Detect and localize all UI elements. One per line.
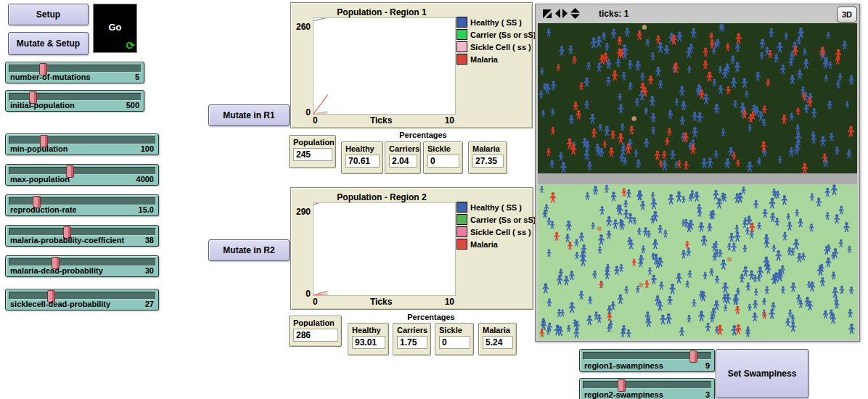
vertical-arrows-icon[interactable]	[570, 8, 580, 19]
x-axis-min-label: 0	[313, 297, 318, 307]
plot-population-region2: Population - Region 2 290 0 0 Ticks 10 H…	[290, 187, 533, 310]
slider-label: initial-population	[10, 101, 75, 110]
horizontal-arrows-icon[interactable]	[555, 9, 568, 18]
slider-track[interactable]	[9, 93, 141, 101]
forever-arrows-icon: ⟳	[126, 39, 135, 52]
monitor-sickle-r2: Sickle 0	[435, 323, 474, 355]
legend-label: Carrier (Ss or sS)	[470, 30, 536, 39]
legend-label: Malaria	[470, 240, 498, 249]
monitor-value: 286	[293, 329, 338, 342]
legend-label: Sickle Cell ( ss )	[470, 228, 531, 236]
monitor-healthy-r1: Healthy 70.61	[341, 141, 383, 174]
slider-initial-population[interactable]: initial-population500	[5, 90, 144, 112]
legend-label: Healthy ( SS )	[470, 203, 522, 212]
monitor-value: 70.61	[345, 155, 380, 168]
slider-track[interactable]	[9, 65, 141, 73]
slider-value: 100	[141, 144, 154, 153]
slider-label: min-population	[10, 144, 67, 153]
mutate-in-r1-button[interactable]: Mutate in R1	[208, 104, 290, 126]
slider-track[interactable]	[583, 352, 711, 360]
slider-track[interactable]	[9, 228, 155, 236]
region1-swamp	[538, 23, 857, 173]
slider-malaria-probability-coefficient[interactable]: malaria-probability-coefficient38	[5, 225, 159, 247]
plot-title: Population - Region 1	[298, 7, 465, 17]
mutate-and-setup-button[interactable]: Mutate & Setup	[8, 32, 89, 55]
monitor-value: 0	[439, 336, 470, 349]
slider-value: 30	[145, 266, 154, 275]
legend-swatch-carrier	[456, 29, 467, 40]
slider-min-population[interactable]: min-population100	[5, 133, 159, 155]
view-control-strip: ticks: 1 3D	[536, 4, 859, 22]
view-3d-button[interactable]: 3D	[837, 7, 857, 22]
monitor-population-r2: Population 286	[289, 316, 342, 347]
monitor-healthy-r2: Healthy 93.01	[348, 323, 389, 355]
slider-label: region1-swampiness	[584, 361, 663, 370]
monitor-value: 245	[293, 148, 332, 161]
world-canvas	[538, 23, 857, 340]
slider-value: 38	[145, 236, 154, 244]
plot-area	[313, 202, 456, 296]
monitor-value: 5.24	[483, 336, 513, 349]
legend-swatch-healthy	[456, 17, 467, 28]
slider-label: malaria-probability-coefficient	[10, 236, 124, 244]
slider-label: malaria-dead-probability	[10, 266, 103, 275]
slider-track[interactable]	[9, 167, 155, 175]
go-button-label: Go	[94, 22, 136, 33]
percentages-header-r1: Percentages	[341, 131, 505, 139]
slider-region1-swampiness[interactable]: region1-swampiness9	[579, 349, 715, 372]
monitor-label: Population	[293, 318, 338, 327]
slider-track[interactable]	[9, 292, 155, 300]
x-axis-min-label: 0	[313, 115, 318, 126]
monitor-value: 93.01	[352, 336, 385, 349]
monitor-carriers-r1: Carriers 2.04	[385, 141, 421, 174]
legend-swatch-malaria	[456, 54, 467, 65]
set-swampiness-button[interactable]: Set Swampiness	[716, 349, 808, 398]
x-axis-label: Ticks	[370, 297, 392, 307]
monitor-label: Sickle	[427, 144, 459, 153]
monitor-label: Population	[293, 138, 332, 147]
monitor-value: 2.04	[389, 155, 417, 168]
x-axis-max-label: 10	[445, 115, 454, 126]
slider-reproduction-rate[interactable]: reproduction-rate15.0	[5, 194, 159, 216]
slider-sicklecell-dead-probability[interactable]: sicklecell-dead-probability27	[5, 289, 159, 310]
origin-icon[interactable]	[542, 9, 552, 19]
plot-title: Population - Region 2	[298, 192, 465, 202]
slider-malaria-dead-probability[interactable]: malaria-dead-probability30	[5, 255, 159, 277]
legend-swatch-sickle	[456, 226, 467, 237]
setup-button[interactable]: Setup	[8, 4, 89, 25]
legend-entry: Malaria	[456, 53, 536, 65]
legend-swatch-carrier	[456, 214, 467, 225]
go-button[interactable]: Go ⟳	[93, 4, 137, 53]
slider-label: number-of-mutations	[10, 73, 91, 81]
monitor-malaria-r1: Malaria 27.35	[468, 141, 507, 174]
plot-population-region1: Population - Region 1 260 0 0 Ticks 10 H…	[290, 2, 533, 128]
legend-entry: Sickle Cell ( ss )	[456, 41, 536, 53]
x-axis-max-label: 10	[445, 297, 454, 307]
slider-number-of-mutations[interactable]: number-of-mutations5	[5, 62, 144, 83]
legend-label: Healthy ( SS )	[470, 18, 522, 27]
y-axis-min-label: 0	[292, 107, 311, 118]
x-axis-label: Ticks	[370, 115, 392, 126]
slider-track[interactable]	[9, 197, 155, 205]
slider-value: 500	[126, 101, 139, 110]
region-divider	[538, 173, 857, 184]
monitor-population-r1: Population 245	[289, 135, 336, 168]
slider-value: 4000	[136, 175, 154, 184]
slider-track[interactable]	[9, 258, 155, 266]
legend-label: Sickle Cell ( ss )	[470, 43, 531, 52]
mutate-in-r2-button[interactable]: Mutate in R2	[208, 239, 290, 261]
slider-value: 3	[705, 390, 710, 399]
legend-swatch-sickle	[456, 41, 467, 52]
y-axis-min-label: 0	[292, 289, 311, 299]
slider-track[interactable]	[583, 381, 711, 389]
region2-swamp	[538, 184, 857, 340]
legend-entry: Healthy ( SS )	[456, 201, 536, 213]
slider-max-population[interactable]: max-population4000	[5, 164, 159, 186]
world-view: ticks: 1 3D	[535, 4, 860, 342]
slider-region2-swampiness[interactable]: region2-swampiness3	[579, 378, 715, 399]
monitor-sickle-r1: Sickle 0	[423, 141, 463, 174]
legend-entry: Carrier (Ss or sS)	[456, 28, 536, 41]
monitor-label: Carriers	[397, 326, 427, 334]
monitor-label: Malaria	[483, 326, 513, 334]
slider-track[interactable]	[9, 136, 155, 144]
